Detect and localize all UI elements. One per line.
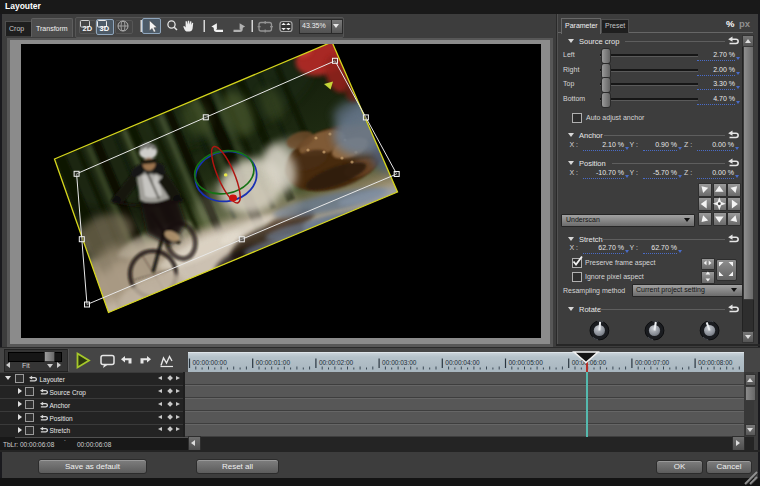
svg-text:00:00:01:00: 00:00:01:00 (256, 359, 291, 366)
svg-text:00:00:00:00: 00:00:00:00 (193, 359, 228, 366)
svg-text:2D: 2D (83, 24, 93, 33)
svg-text:00:00:07:00: 00:00:07:00 (635, 359, 670, 366)
svg-text:00:00:03:00: 00:00:03:00 (382, 359, 417, 366)
svg-text:00:00:08:00: 00:00:08:00 (698, 359, 733, 366)
svg-text:3D: 3D (100, 24, 110, 33)
svg-text:00:00:02:00: 00:00:02:00 (319, 359, 354, 366)
svg-text:00:00:05:00: 00:00:05:00 (509, 359, 544, 366)
svg-text:00:00:04:00: 00:00:04:00 (445, 359, 480, 366)
